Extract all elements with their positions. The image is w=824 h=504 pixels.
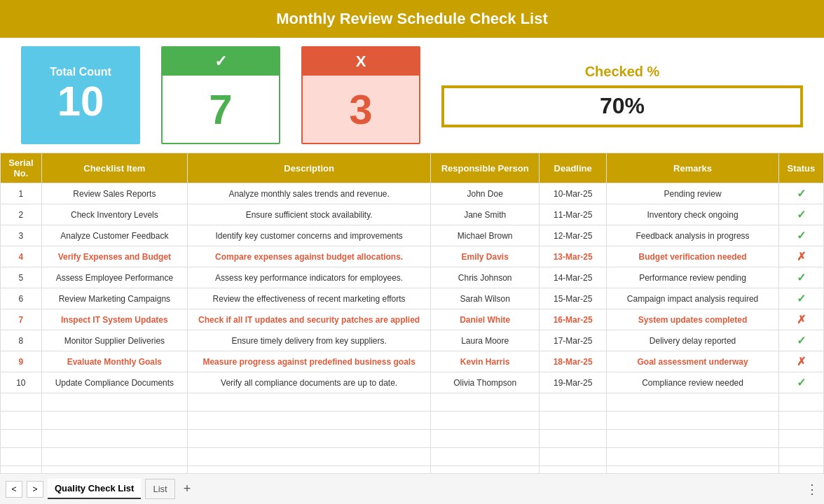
table-row: 1 Review Sales Reports Analyze monthly s…	[1, 183, 824, 204]
cell-status: ✓	[778, 372, 823, 393]
cell-serial: 10	[1, 372, 42, 393]
cell-desc: Verify all compliance documents are up t…	[188, 372, 431, 393]
cell-remarks: Delivery delay reported	[607, 330, 779, 351]
tab-quality-check-list[interactable]: Quality Check List	[48, 479, 141, 499]
table-row: 6 Review Marketing Campaigns Review the …	[1, 288, 824, 309]
cell-item: Analyze Customer Feedback	[41, 225, 187, 246]
col-header-desc: Description	[188, 153, 431, 183]
cell-serial: 9	[1, 351, 42, 372]
checked-pct-value: 70%	[444, 88, 800, 125]
checklist-table: Serial No. Checklist Item Description Re…	[0, 153, 824, 473]
cell-item: Update Compliance Documents	[41, 372, 187, 393]
cell-item: Verify Expenses and Budget	[41, 246, 187, 267]
checked-pct-label: Checked %	[585, 64, 660, 80]
table-header-row: Serial No. Checklist Item Description Re…	[1, 153, 824, 183]
cell-deadline: 14-Mar-25	[540, 267, 607, 288]
cell-deadline: 17-Mar-25	[540, 330, 607, 351]
cell-remarks: Campaign impact analysis required	[607, 288, 779, 309]
table-row: 4 Verify Expenses and Budget Compare exp…	[1, 246, 824, 267]
col-header-remarks: Remarks	[607, 153, 779, 183]
unchecked-value: 3	[349, 76, 372, 143]
tab-list[interactable]: List	[145, 479, 174, 499]
table-row: 9 Evaluate Monthly Goals Measure progres…	[1, 351, 824, 372]
cell-person: John Doe	[431, 183, 540, 204]
table-container: Serial No. Checklist Item Description Re…	[0, 153, 824, 473]
summary-row: Total Count 10 ✓ 7 X 3 Checked % 70%	[0, 38, 824, 153]
next-button[interactable]: >	[27, 481, 43, 498]
table-row: 3 Analyze Customer Feedback Identify key…	[1, 225, 824, 246]
empty-row	[1, 430, 824, 448]
col-header-person: Responsible Person	[431, 153, 540, 183]
empty-row	[1, 412, 824, 430]
cell-serial: 7	[1, 309, 42, 330]
cell-serial: 1	[1, 183, 42, 204]
col-header-deadline: Deadline	[540, 153, 607, 183]
checked-icon: ✓	[163, 48, 279, 76]
checked-card: ✓ 7	[161, 46, 280, 144]
cell-item: Review Sales Reports	[41, 183, 187, 204]
add-tab-button[interactable]: +	[179, 482, 195, 496]
cell-remarks: Budget verification needed	[607, 246, 779, 267]
cell-status: ✓	[778, 183, 823, 204]
page-title: Monthly Review Schedule Check List	[0, 0, 824, 38]
checked-value: 7	[209, 76, 232, 143]
empty-row	[1, 448, 824, 466]
total-count-label: Total Count	[50, 66, 111, 78]
prev-button[interactable]: <	[6, 481, 22, 498]
empty-row	[1, 466, 824, 474]
cell-item: Inspect IT System Updates	[41, 309, 187, 330]
table-row: 8 Monitor Supplier Deliveries Ensure tim…	[1, 330, 824, 351]
cell-item: Assess Employee Performance	[41, 267, 187, 288]
more-options-button[interactable]: ⋮	[806, 482, 818, 497]
table-row: 5 Assess Employee Performance Assess key…	[1, 267, 824, 288]
cell-deadline: 13-Mar-25	[540, 246, 607, 267]
cell-item: Review Marketing Campaigns	[41, 288, 187, 309]
cell-deadline: 16-Mar-25	[540, 309, 607, 330]
cell-status: ✗	[778, 351, 823, 372]
cell-remarks: Feedback analysis in progress	[607, 225, 779, 246]
cell-person: Sarah Wilson	[431, 288, 540, 309]
cell-remarks: Inventory check ongoing	[607, 204, 779, 225]
cell-item: Evaluate Monthly Goals	[41, 351, 187, 372]
cell-person: Olivia Thompson	[431, 372, 540, 393]
col-header-status: Status	[778, 153, 823, 183]
cell-desc: Analyze monthly sales trends and revenue…	[188, 183, 431, 204]
cell-desc: Ensure sufficient stock availability.	[188, 204, 431, 225]
cell-status: ✓	[778, 225, 823, 246]
unchecked-icon: X	[303, 48, 419, 76]
cell-desc: Ensure timely delivery from key supplier…	[188, 330, 431, 351]
cell-serial: 3	[1, 225, 42, 246]
total-count-card: Total Count 10	[21, 46, 140, 144]
cell-item: Monitor Supplier Deliveries	[41, 330, 187, 351]
cell-desc: Review the effectiveness of recent marke…	[188, 288, 431, 309]
cell-status: ✓	[778, 288, 823, 309]
table-row: 10 Update Compliance Documents Verify al…	[1, 372, 824, 393]
cell-serial: 8	[1, 330, 42, 351]
cell-remarks: Performance review pending	[607, 267, 779, 288]
cell-person: Emily Davis	[431, 246, 540, 267]
total-count-value: 10	[57, 78, 104, 125]
cell-person: Daniel White	[431, 309, 540, 330]
cell-desc: Identify key customer concerns and impro…	[188, 225, 431, 246]
cell-desc: Assess key performance indicators for em…	[188, 267, 431, 288]
cell-desc: Measure progress against predefined busi…	[188, 351, 431, 372]
cell-deadline: 10-Mar-25	[540, 183, 607, 204]
cell-serial: 6	[1, 288, 42, 309]
cell-person: Michael Brown	[431, 225, 540, 246]
cell-desc: Compare expenses against budget allocati…	[188, 246, 431, 267]
bottom-bar: < > Quality Check List List + ⋮	[0, 473, 824, 504]
cell-serial: 2	[1, 204, 42, 225]
col-header-serial: Serial No.	[1, 153, 42, 183]
cell-remarks: Pending review	[607, 183, 779, 204]
cell-person: Chris Johnson	[431, 267, 540, 288]
cell-deadline: 12-Mar-25	[540, 225, 607, 246]
cell-desc: Check if all IT updates and security pat…	[188, 309, 431, 330]
cell-status: ✓	[778, 330, 823, 351]
cell-serial: 4	[1, 246, 42, 267]
cell-status: ✗	[778, 309, 823, 330]
cell-remarks: Goal assessment underway	[607, 351, 779, 372]
unchecked-card: X 3	[301, 46, 420, 144]
empty-row	[1, 393, 824, 412]
cell-deadline: 15-Mar-25	[540, 288, 607, 309]
cell-status: ✗	[778, 246, 823, 267]
